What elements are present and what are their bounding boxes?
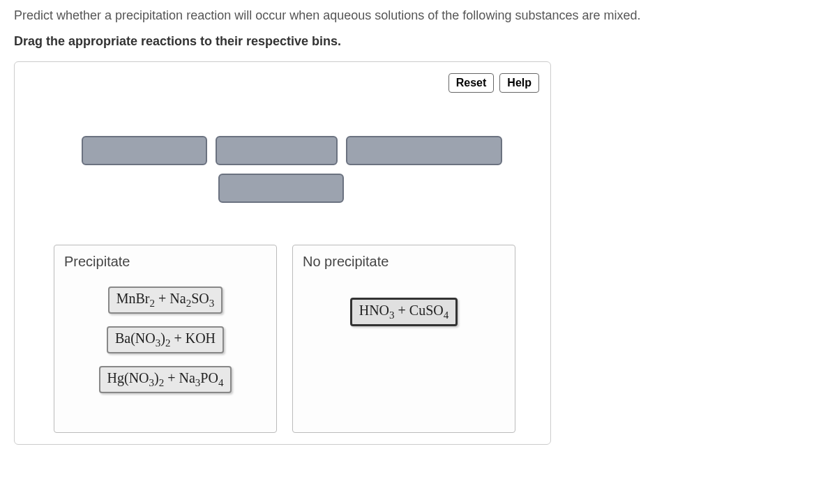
precipitate-bin-items: MnBr2 + Na2SO3Ba(NO3)2 + KOHHg(NO3)2 + N… <box>64 287 266 393</box>
no-precipitate-bin-items: HNO3 + CuSO4 <box>303 298 505 326</box>
question-text: Predict whether a precipitation reaction… <box>14 7 823 24</box>
reset-button[interactable]: Reset <box>448 73 495 93</box>
reaction-item[interactable]: Hg(NO3)2 + Na3PO4 <box>99 366 232 393</box>
no-precipitate-bin[interactable]: No precipitate HNO3 + CuSO4 <box>292 245 515 433</box>
placeholder-slot[interactable] <box>218 174 344 203</box>
workspace: Reset Help Precipitate MnBr2 + Na2SO3Ba(… <box>14 61 551 445</box>
staging-area <box>82 136 528 203</box>
top-buttons: Reset Help <box>448 73 539 93</box>
no-precipitate-bin-title: No precipitate <box>303 254 505 270</box>
placeholder-slot[interactable] <box>216 136 338 165</box>
reaction-item[interactable]: MnBr2 + Na2SO3 <box>108 287 223 314</box>
precipitate-bin-title: Precipitate <box>64 254 266 270</box>
placeholder-slot[interactable] <box>82 136 207 165</box>
reaction-item[interactable]: HNO3 + CuSO4 <box>350 298 458 326</box>
help-button[interactable]: Help <box>499 73 539 93</box>
precipitate-bin[interactable]: Precipitate MnBr2 + Na2SO3Ba(NO3)2 + KOH… <box>54 245 277 433</box>
bins-container: Precipitate MnBr2 + Na2SO3Ba(NO3)2 + KOH… <box>54 245 539 433</box>
reaction-item[interactable]: Ba(NO3)2 + KOH <box>107 326 224 353</box>
instruction-text: Drag the appropriate reactions to their … <box>14 34 823 49</box>
placeholder-slot[interactable] <box>346 136 502 165</box>
